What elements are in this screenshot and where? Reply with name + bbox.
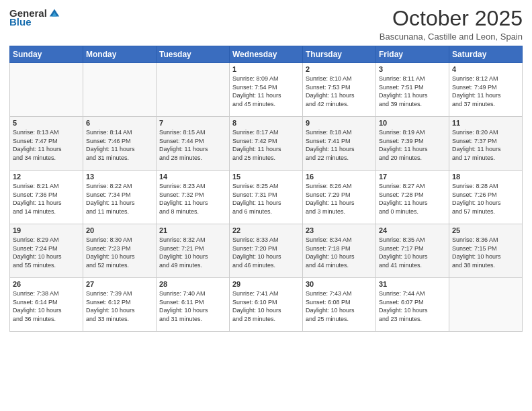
day-number: 17	[379, 173, 446, 181]
day-info: Sunrise: 8:20 AM Sunset: 7:37 PM Dayligh…	[452, 128, 519, 162]
day-info: Sunrise: 7:43 AM Sunset: 6:08 PM Dayligh…	[306, 289, 373, 323]
day-info: Sunrise: 8:10 AM Sunset: 7:53 PM Dayligh…	[306, 75, 373, 108]
calendar-week-row: 1Sunrise: 8:09 AM Sunset: 7:54 PM Daylig…	[10, 63, 523, 117]
day-info: Sunrise: 8:33 AM Sunset: 7:20 PM Dayligh…	[232, 236, 300, 269]
calendar-cell: 30Sunrise: 7:43 AM Sunset: 6:08 PM Dayli…	[303, 278, 376, 332]
day-info: Sunrise: 8:11 AM Sunset: 7:51 PM Dayligh…	[379, 75, 446, 108]
calendar-cell: 31Sunrise: 7:44 AM Sunset: 6:07 PM Dayli…	[376, 278, 449, 332]
calendar-cell: 15Sunrise: 8:25 AM Sunset: 7:31 PM Dayli…	[230, 171, 303, 224]
calendar-cell: 18Sunrise: 8:28 AM Sunset: 7:26 PM Dayli…	[449, 171, 523, 224]
calendar-cell	[157, 63, 230, 117]
day-info: Sunrise: 8:26 AM Sunset: 7:29 PM Dayligh…	[306, 182, 373, 216]
day-info: Sunrise: 8:27 AM Sunset: 7:28 PM Dayligh…	[379, 182, 446, 216]
day-info: Sunrise: 8:19 AM Sunset: 7:39 PM Dayligh…	[379, 128, 446, 162]
calendar-cell	[83, 63, 157, 117]
calendar-week-row: 12Sunrise: 8:21 AM Sunset: 7:36 PM Dayli…	[10, 171, 523, 224]
weekday-header-tuesday: Tuesday	[157, 46, 230, 63]
weekday-header-saturday: Saturday	[449, 46, 523, 63]
day-info: Sunrise: 8:30 AM Sunset: 7:23 PM Dayligh…	[86, 236, 153, 269]
day-info: Sunrise: 8:28 AM Sunset: 7:26 PM Dayligh…	[452, 182, 519, 216]
day-number: 1	[232, 65, 300, 73]
calendar-cell: 3Sunrise: 8:11 AM Sunset: 7:51 PM Daylig…	[376, 63, 449, 117]
day-info: Sunrise: 8:15 AM Sunset: 7:44 PM Dayligh…	[159, 128, 226, 162]
day-number: 5	[13, 119, 80, 127]
title-block: October 2025 Bascunana, Castille and Leo…	[380, 7, 523, 42]
day-number: 18	[452, 173, 519, 181]
day-number: 29	[232, 280, 300, 288]
weekday-header-sunday: Sunday	[10, 46, 83, 63]
calendar-cell: 26Sunrise: 7:38 AM Sunset: 6:14 PM Dayli…	[10, 278, 83, 332]
day-number: 8	[232, 119, 300, 127]
calendar-cell: 19Sunrise: 8:29 AM Sunset: 7:24 PM Dayli…	[10, 224, 83, 278]
calendar-cell: 16Sunrise: 8:26 AM Sunset: 7:29 PM Dayli…	[303, 171, 376, 224]
weekday-header-wednesday: Wednesday	[230, 46, 303, 63]
day-info: Sunrise: 8:23 AM Sunset: 7:32 PM Dayligh…	[159, 182, 226, 216]
day-info: Sunrise: 7:38 AM Sunset: 6:14 PM Dayligh…	[13, 289, 80, 323]
calendar-cell: 28Sunrise: 7:40 AM Sunset: 6:11 PM Dayli…	[157, 278, 230, 332]
day-number: 3	[379, 65, 446, 73]
calendar-cell: 29Sunrise: 7:41 AM Sunset: 6:10 PM Dayli…	[230, 278, 303, 332]
day-info: Sunrise: 8:34 AM Sunset: 7:18 PM Dayligh…	[306, 236, 373, 269]
calendar-week-row: 19Sunrise: 8:29 AM Sunset: 7:24 PM Dayli…	[10, 224, 523, 278]
calendar-cell: 17Sunrise: 8:27 AM Sunset: 7:28 PM Dayli…	[376, 171, 449, 224]
logo-icon	[48, 7, 60, 19]
calendar-cell: 5Sunrise: 8:13 AM Sunset: 7:47 PM Daylig…	[10, 117, 83, 171]
calendar-cell: 9Sunrise: 8:18 AM Sunset: 7:41 PM Daylig…	[303, 117, 376, 171]
day-number: 30	[306, 280, 373, 288]
day-number: 16	[306, 173, 373, 181]
calendar-cell: 6Sunrise: 8:14 AM Sunset: 7:46 PM Daylig…	[83, 117, 157, 171]
day-number: 7	[159, 119, 226, 127]
day-info: Sunrise: 7:40 AM Sunset: 6:11 PM Dayligh…	[159, 289, 226, 323]
calendar-week-row: 26Sunrise: 7:38 AM Sunset: 6:14 PM Dayli…	[10, 278, 523, 332]
calendar-cell: 24Sunrise: 8:35 AM Sunset: 7:17 PM Dayli…	[376, 224, 449, 278]
day-number: 31	[379, 280, 446, 288]
day-number: 4	[452, 65, 519, 73]
calendar-table: SundayMondayTuesdayWednesdayThursdayFrid…	[9, 46, 523, 332]
day-info: Sunrise: 8:21 AM Sunset: 7:36 PM Dayligh…	[13, 182, 80, 216]
calendar-cell: 10Sunrise: 8:19 AM Sunset: 7:39 PM Dayli…	[376, 117, 449, 171]
day-number: 25	[452, 226, 519, 234]
day-number: 23	[306, 226, 373, 234]
calendar-cell: 25Sunrise: 8:36 AM Sunset: 7:15 PM Dayli…	[449, 224, 523, 278]
day-number: 19	[13, 226, 80, 234]
day-number: 12	[13, 173, 80, 181]
day-info: Sunrise: 8:35 AM Sunset: 7:17 PM Dayligh…	[379, 236, 446, 269]
day-number: 10	[379, 119, 446, 127]
day-number: 26	[13, 280, 80, 288]
day-info: Sunrise: 7:39 AM Sunset: 6:12 PM Dayligh…	[86, 289, 153, 323]
calendar-cell: 11Sunrise: 8:20 AM Sunset: 7:37 PM Dayli…	[449, 117, 523, 171]
calendar-cell: 12Sunrise: 8:21 AM Sunset: 7:36 PM Dayli…	[10, 171, 83, 224]
day-info: Sunrise: 8:09 AM Sunset: 7:54 PM Dayligh…	[232, 75, 300, 108]
calendar-cell: 21Sunrise: 8:32 AM Sunset: 7:21 PM Dayli…	[157, 224, 230, 278]
day-info: Sunrise: 7:41 AM Sunset: 6:10 PM Dayligh…	[232, 289, 300, 323]
day-number: 13	[86, 173, 153, 181]
day-number: 6	[86, 119, 153, 127]
day-number: 11	[452, 119, 519, 127]
day-info: Sunrise: 8:32 AM Sunset: 7:21 PM Dayligh…	[159, 236, 226, 269]
day-number: 9	[306, 119, 373, 127]
calendar-cell: 14Sunrise: 8:23 AM Sunset: 7:32 PM Dayli…	[157, 171, 230, 224]
day-info: Sunrise: 7:44 AM Sunset: 6:07 PM Dayligh…	[379, 289, 446, 323]
day-number: 20	[86, 226, 153, 234]
day-number: 2	[306, 65, 373, 73]
calendar-cell: 23Sunrise: 8:34 AM Sunset: 7:18 PM Dayli…	[303, 224, 376, 278]
calendar-cell: 27Sunrise: 7:39 AM Sunset: 6:12 PM Dayli…	[83, 278, 157, 332]
page-container: General Blue October 2025 Bascunana, Cas…	[0, 0, 532, 411]
day-info: Sunrise: 8:17 AM Sunset: 7:42 PM Dayligh…	[232, 128, 300, 162]
location-subtitle: Bascunana, Castille and Leon, Spain	[380, 32, 523, 42]
calendar-header-row: SundayMondayTuesdayWednesdayThursdayFrid…	[10, 46, 523, 63]
weekday-header-friday: Friday	[376, 46, 449, 63]
day-info: Sunrise: 8:29 AM Sunset: 7:24 PM Dayligh…	[13, 236, 80, 269]
calendar-cell	[449, 278, 523, 332]
weekday-header-monday: Monday	[83, 46, 157, 63]
day-info: Sunrise: 8:13 AM Sunset: 7:47 PM Dayligh…	[13, 128, 80, 162]
day-number: 27	[86, 280, 153, 288]
day-number: 24	[379, 226, 446, 234]
calendar-cell: 20Sunrise: 8:30 AM Sunset: 7:23 PM Dayli…	[83, 224, 157, 278]
day-number: 21	[159, 226, 226, 234]
day-info: Sunrise: 8:12 AM Sunset: 7:49 PM Dayligh…	[452, 75, 519, 108]
calendar-cell: 2Sunrise: 8:10 AM Sunset: 7:53 PM Daylig…	[303, 63, 376, 117]
calendar-week-row: 5Sunrise: 8:13 AM Sunset: 7:47 PM Daylig…	[10, 117, 523, 171]
day-info: Sunrise: 8:14 AM Sunset: 7:46 PM Dayligh…	[86, 128, 153, 162]
day-number: 28	[159, 280, 226, 288]
